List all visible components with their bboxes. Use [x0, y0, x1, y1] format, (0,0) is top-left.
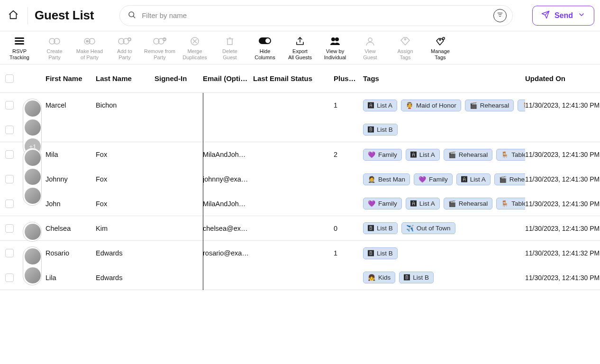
tool-rsvp[interactable]: RSVP Tracking — [2, 35, 37, 61]
table-row[interactable]: JohnnyFoxjohnny@example.🤵Best Man💜Family… — [0, 167, 600, 191]
row-checkbox[interactable] — [5, 101, 14, 109]
tag-label: Maid of Honor — [416, 102, 456, 109]
chevron-down-icon — [578, 11, 585, 20]
tag-icon: 🅰 — [410, 200, 417, 207]
tag-label: Family — [378, 200, 397, 207]
col-plus[interactable]: Plus… — [334, 74, 363, 82]
home-button[interactable] — [6, 8, 21, 23]
tag[interactable]: ✈️Out of Town — [401, 222, 455, 234]
table-row[interactable]: ChelseaKimchelsea@example0🅱List B✈️Out o… — [0, 216, 600, 241]
tag[interactable]: 👧Kids — [363, 272, 395, 283]
tag[interactable]: 🅱List B — [399, 272, 434, 283]
search-input[interactable] — [141, 11, 493, 20]
col-last-name[interactable]: Last Name — [96, 74, 155, 82]
col-last-email[interactable]: Last Email Status — [253, 74, 334, 82]
tag[interactable]: 🅰List A — [406, 149, 440, 161]
row-checkbox[interactable] — [5, 175, 14, 183]
tool-hidecol[interactable]: Hide Columns — [247, 35, 282, 61]
table-sub-row[interactable]: 🅱List B — [0, 118, 600, 142]
tag[interactable]: 🎬Rehearsal — [494, 173, 525, 185]
tool-manage[interactable]: Manage Tags — [423, 35, 458, 61]
tool-label: Make Head of Party — [76, 48, 103, 61]
tag[interactable]: 🎬Rehearsal — [465, 100, 514, 111]
row-checkbox[interactable] — [5, 224, 14, 233]
tag[interactable]: 🅰List A — [363, 100, 397, 111]
tag[interactable]: 🤵Best Man — [363, 173, 410, 185]
cell-tags: 🅱List B✈️Out of Town — [363, 222, 525, 234]
avatar — [24, 100, 41, 117]
cell-tags: 🅰List A👰Maid of Honor🎬Rehearsal🪑Table 2 — [363, 100, 525, 111]
table-row[interactable]: LilaEdwards👧Kids🅱List B11/30/2023, 12:41… — [0, 265, 600, 290]
row-checkbox[interactable] — [5, 126, 14, 134]
party-bubble[interactable] — [23, 246, 42, 285]
cell-updated: 11/30/2023, 12:41:30 PM — [525, 225, 600, 232]
tag[interactable]: 🎬Rehearsal — [444, 198, 493, 209]
cell-email: chelsea@example — [203, 225, 253, 232]
col-first-name[interactable]: First Name — [45, 74, 96, 82]
cell-tags: 🅱List B — [363, 124, 525, 136]
cell-email: johnny@example. — [203, 175, 253, 183]
filter-button[interactable] — [493, 9, 507, 22]
col-updated[interactable]: Updated On — [525, 74, 600, 82]
party-bubble[interactable] — [23, 148, 42, 206]
cell-updated: 11/30/2023, 12:41:30 PM — [525, 274, 600, 282]
tag[interactable]: 🅱List B — [363, 222, 398, 234]
tag[interactable]: 🅰List A — [406, 198, 440, 209]
tag[interactable]: 🪑Table 2 — [518, 100, 525, 111]
col-email[interactable]: Email (Opti… — [203, 74, 253, 82]
cell-updated: 11/30/2023, 12:41:30 PM — [525, 175, 600, 183]
tag[interactable]: 💜Family — [363, 149, 402, 161]
row-checkbox[interactable] — [5, 200, 14, 208]
tag-icon: ✈️ — [406, 225, 414, 231]
tag[interactable]: 💜Family — [363, 198, 402, 209]
delete-icon — [223, 36, 237, 46]
tool-label: Add to Party — [117, 48, 132, 61]
cell-first-name: Rosario — [45, 249, 96, 257]
viewby-icon — [328, 36, 342, 46]
row-checkbox[interactable] — [5, 150, 14, 159]
tag-icon: 🅰 — [461, 176, 467, 182]
tag[interactable]: 🅱List B — [363, 124, 398, 136]
tag-label: List A — [419, 200, 435, 207]
tag[interactable]: 👰Maid of Honor — [401, 100, 461, 111]
search-field[interactable] — [119, 5, 513, 26]
tag[interactable]: 🅰List A — [456, 173, 491, 185]
table-row[interactable]: MilaFoxMilaAndJohn@ex2💜Family🅰List A🎬Reh… — [0, 142, 600, 167]
search-icon — [127, 10, 136, 20]
avatar — [24, 223, 41, 240]
select-all-checkbox[interactable] — [5, 74, 14, 83]
tag[interactable]: 🪑Table 1 — [496, 149, 525, 161]
party-bubble[interactable] — [23, 222, 42, 242]
tag[interactable]: 💜Family — [414, 173, 453, 185]
tag[interactable]: 🅱List B — [363, 247, 398, 259]
tag[interactable]: 🪑Table 1 — [496, 198, 525, 209]
rsvp-icon — [12, 36, 27, 46]
row-checkbox[interactable] — [5, 249, 14, 257]
assign-icon — [398, 36, 412, 46]
table-row[interactable]: +1MarcelBichon1🅰List A👰Maid of Honor🎬Reh… — [0, 93, 600, 118]
tag-icon: 💜 — [418, 176, 426, 182]
table-row[interactable]: JohnFoxMilaAndJohn@ex💜Family🅰List A🎬Rehe… — [0, 191, 600, 216]
table-row[interactable]: RosarioEdwardsrosario@example.1🅱List B11… — [0, 241, 600, 265]
cell-email: MilaAndJohn@ex — [203, 151, 253, 158]
tag[interactable]: 🎬Rehearsal — [444, 149, 493, 161]
column-resize-handle[interactable] — [203, 93, 203, 290]
cell-first-name: Johnny — [45, 175, 96, 183]
svg-rect-1 — [15, 37, 24, 39]
tag-icon: 🤵 — [368, 176, 375, 182]
col-signed-in[interactable]: Signed-In — [155, 74, 203, 82]
tool-merge: Merge Duplicates — [177, 35, 212, 61]
hidecol-icon — [258, 36, 272, 46]
cell-tags: 👧Kids🅱List B — [363, 272, 525, 283]
tag-label: List B — [413, 274, 429, 281]
tool-viewby[interactable]: View by Individual — [318, 35, 353, 61]
cell-last-name: Edwards — [96, 274, 155, 282]
page-title: Guest List — [35, 8, 94, 23]
avatar — [24, 119, 41, 136]
create-icon — [47, 36, 62, 46]
table-header: First Name Last Name Signed-In Email (Op… — [0, 64, 600, 93]
col-tags[interactable]: Tags — [363, 74, 525, 82]
tool-export[interactable]: Export All Guests — [282, 35, 318, 61]
row-checkbox[interactable] — [5, 273, 14, 282]
send-button[interactable]: Send — [532, 6, 594, 26]
